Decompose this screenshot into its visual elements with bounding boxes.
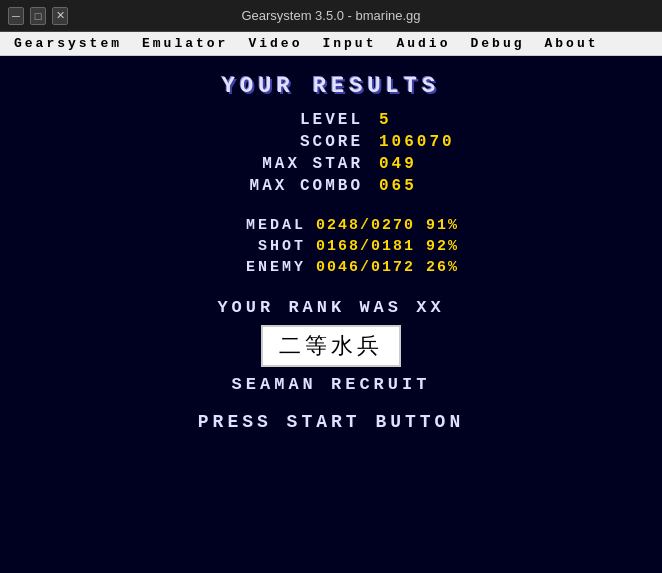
menu-gearsystem[interactable]: Gearsystem [4, 34, 132, 53]
rank-was-text: YOUR RANK WAS XX [217, 298, 444, 317]
menu-video[interactable]: Video [238, 34, 312, 53]
score-label: SCORE [183, 133, 363, 151]
shot-value: 0168/0181 92% [316, 238, 476, 255]
title-bar: ─ □ ✕ Gearsystem 3.5.0 - bmarine.gg [0, 0, 662, 32]
menu-debug[interactable]: Debug [460, 34, 534, 53]
game-screen: YOUR RESULTS LEVEL 5 SCORE 106070 MAX ST… [0, 56, 662, 573]
menu-about[interactable]: About [535, 34, 609, 53]
medal-value: 0248/0270 91% [316, 217, 476, 234]
enemy-label: ENEMY [186, 259, 306, 276]
window-title: Gearsystem 3.5.0 - bmarine.gg [68, 8, 594, 23]
max-star-label: MAX STAR [183, 155, 363, 173]
press-start: PRESS START BUTTON [198, 412, 464, 432]
close-button[interactable]: ✕ [52, 7, 68, 25]
level-value: 5 [379, 111, 479, 129]
max-star-row: MAX STAR 049 [183, 155, 479, 173]
shot-label: SHOT [186, 238, 306, 255]
minimize-button[interactable]: ─ [8, 7, 24, 25]
medal-row: MEDAL 0248/0270 91% [186, 217, 476, 234]
level-row: LEVEL 5 [183, 111, 479, 129]
medal-label: MEDAL [186, 217, 306, 234]
score-row: SCORE 106070 [183, 133, 479, 151]
enemy-value: 0046/0172 26% [316, 259, 476, 276]
rank-name: SEAMAN RECRUIT [232, 375, 431, 394]
menu-input[interactable]: Input [312, 34, 386, 53]
enemy-row: ENEMY 0046/0172 26% [186, 259, 476, 276]
level-label: LEVEL [183, 111, 363, 129]
max-star-value: 049 [379, 155, 479, 173]
menu-emulator[interactable]: Emulator [132, 34, 238, 53]
shot-row: SHOT 0168/0181 92% [186, 238, 476, 255]
max-combo-label: MAX COMBO [183, 177, 363, 195]
score-value: 106070 [379, 133, 479, 151]
maximize-button[interactable]: □ [30, 7, 46, 25]
results-table: LEVEL 5 SCORE 106070 MAX STAR 049 MAX CO… [183, 111, 479, 199]
max-combo-value: 065 [379, 177, 479, 195]
max-combo-row: MAX COMBO 065 [183, 177, 479, 195]
stats-section: MEDAL 0248/0270 91% SHOT 0168/0181 92% E… [186, 217, 476, 280]
menu-audio[interactable]: Audio [386, 34, 460, 53]
menu-bar: Gearsystem Emulator Video Input Audio De… [0, 32, 662, 56]
results-title: YOUR RESULTS [222, 74, 440, 99]
rank-badge: 二等水兵 [261, 325, 401, 367]
